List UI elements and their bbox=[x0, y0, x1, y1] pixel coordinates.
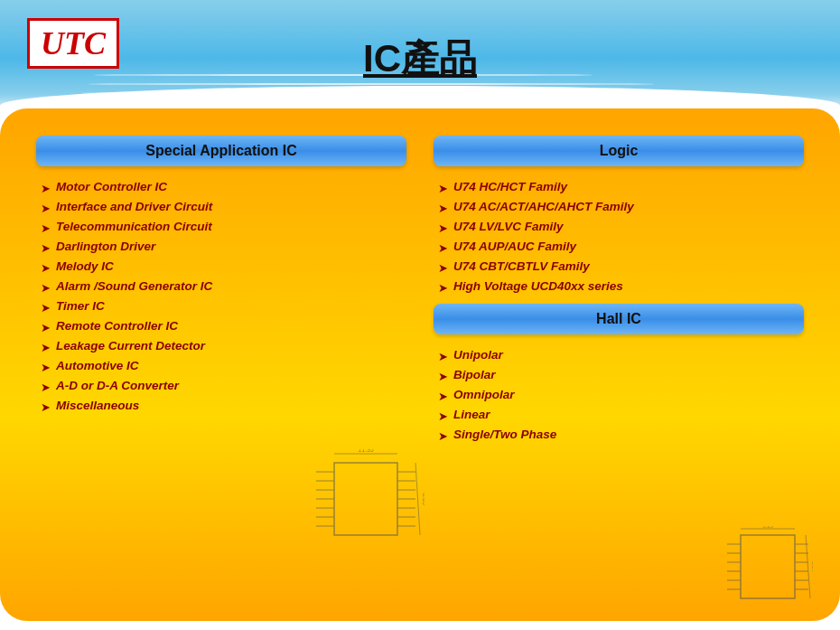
list-item: ➤A-D or D-A Converter bbox=[36, 379, 406, 394]
item-label: A-D or D-A Converter bbox=[56, 379, 179, 392]
arrow-icon: ➤ bbox=[438, 281, 448, 295]
hall-list: ➤Unipolar➤Bipolar➤Omnipolar➤Linear➤Singl… bbox=[434, 348, 804, 443]
arrow-icon: ➤ bbox=[438, 241, 448, 255]
item-label: U74 CBT/CBTLV Family bbox=[453, 259, 590, 273]
arrow-icon: ➤ bbox=[41, 321, 51, 334]
columns-container: Special Application IC ➤Motor Controller… bbox=[36, 136, 804, 447]
right-column: Logic ➤U74 HC/HCT Family➤U74 AC/ACT/AHC/… bbox=[434, 136, 804, 447]
list-item: ➤Unipolar bbox=[434, 348, 804, 363]
left-column: Special Application IC ➤Motor Controller… bbox=[36, 136, 406, 447]
arrow-icon: ➤ bbox=[438, 370, 448, 383]
arrow-icon: ➤ bbox=[438, 409, 448, 423]
list-item: ➤U74 HC/HCT Family bbox=[434, 180, 804, 195]
logic-title: Logic bbox=[600, 143, 639, 158]
ic-diagram-2: 5.25 3.04 bbox=[723, 526, 813, 607]
list-item: ➤Miscellaneous bbox=[36, 399, 406, 414]
wave-line-3 bbox=[80, 92, 719, 94]
svg-text:6.65: 6.65 bbox=[422, 493, 425, 505]
list-item: ➤Automotive IC bbox=[36, 359, 406, 374]
arrow-icon: ➤ bbox=[41, 400, 51, 414]
list-item: ➤Single/Two Phase bbox=[434, 428, 804, 443]
list-item: ➤Linear bbox=[434, 408, 804, 423]
list-item: ➤Bipolar bbox=[434, 368, 804, 383]
arrow-icon: ➤ bbox=[438, 429, 448, 443]
svg-line-17 bbox=[415, 463, 420, 535]
arrow-icon: ➤ bbox=[438, 202, 448, 215]
arrow-icon: ➤ bbox=[41, 261, 51, 275]
hall-header: Hall IC bbox=[434, 304, 804, 334]
list-item: ➤Alarm /Sound Generator IC bbox=[36, 279, 406, 295]
list-item: ➤Motor Controller IC bbox=[36, 180, 406, 195]
item-label: Automotive IC bbox=[56, 359, 139, 372]
arrow-icon: ➤ bbox=[41, 281, 51, 295]
item-label: Melody IC bbox=[56, 259, 114, 273]
item-label: U74 AC/ACT/AHC/AHCT Family bbox=[453, 200, 634, 213]
list-item: ➤Melody IC bbox=[36, 259, 406, 275]
arrow-icon: ➤ bbox=[41, 361, 51, 374]
main-content: Special Application IC ➤Motor Controller… bbox=[0, 108, 840, 621]
special-application-list: ➤Motor Controller IC➤Interface and Drive… bbox=[36, 180, 406, 414]
item-label: Timer IC bbox=[56, 299, 105, 313]
wave-line-1 bbox=[93, 74, 593, 76]
item-label: U74 LV/LVC Family bbox=[453, 220, 564, 233]
list-item: ➤U74 LV/LVC Family bbox=[434, 220, 804, 235]
item-label: High Voltage UCD40xx series bbox=[453, 279, 623, 293]
list-item: ➤Interface and Driver Circuit bbox=[36, 200, 406, 215]
item-label: Alarm /Sound Generator IC bbox=[56, 279, 212, 293]
arrow-icon: ➤ bbox=[41, 301, 51, 315]
list-item: ➤Darlington Driver bbox=[36, 240, 406, 255]
special-application-title: Special Application IC bbox=[145, 143, 296, 158]
list-item: ➤Telecommunication Circuit bbox=[36, 220, 406, 235]
list-item: ➤U74 AUP/AUC Family bbox=[434, 240, 804, 255]
item-label: Telecommunication Circuit bbox=[56, 220, 212, 233]
arrow-icon: ➤ bbox=[41, 241, 51, 255]
arrow-icon: ➤ bbox=[41, 182, 51, 195]
item-label: Darlington Driver bbox=[56, 240, 155, 253]
svg-rect-0 bbox=[334, 463, 397, 535]
svg-rect-19 bbox=[741, 535, 795, 598]
svg-text:11.35: 11.35 bbox=[358, 449, 374, 453]
list-item: ➤High Voltage UCD40xx series bbox=[434, 279, 804, 295]
arrow-icon: ➤ bbox=[41, 202, 51, 215]
list-item: ➤U74 AC/ACT/AHC/AHCT Family bbox=[434, 200, 804, 215]
logic-list: ➤U74 HC/HCT Family➤U74 AC/ACT/AHC/AHCT F… bbox=[434, 180, 804, 295]
arrow-icon: ➤ bbox=[438, 350, 448, 363]
item-label: Motor Controller IC bbox=[56, 180, 167, 193]
item-label: U74 HC/HCT Family bbox=[453, 180, 567, 193]
item-label: Unipolar bbox=[453, 348, 503, 362]
arrow-icon: ➤ bbox=[438, 182, 448, 195]
arrow-icon: ➤ bbox=[41, 381, 51, 394]
arrow-icon: ➤ bbox=[438, 261, 448, 275]
hall-section: Hall IC ➤Unipolar➤Bipolar➤Omnipolar➤Line… bbox=[434, 304, 804, 443]
arrow-icon: ➤ bbox=[438, 390, 448, 403]
list-item: ➤U74 CBT/CBTLV Family bbox=[434, 259, 804, 275]
svg-text:5.25: 5.25 bbox=[762, 526, 773, 529]
item-label: Omnipolar bbox=[453, 388, 515, 401]
item-label: Miscellaneous bbox=[56, 399, 139, 412]
list-item: ➤Leakage Current Detector bbox=[36, 339, 406, 354]
logo-text: UTC bbox=[41, 25, 106, 61]
logo: UTC bbox=[27, 18, 119, 69]
hall-title: Hall IC bbox=[596, 311, 641, 326]
item-label: Single/Two Phase bbox=[453, 428, 556, 441]
list-item: ➤Remote Controller IC bbox=[36, 319, 406, 334]
ic-diagram-1: 11.35 6.65 bbox=[307, 449, 425, 549]
item-label: Linear bbox=[453, 408, 490, 421]
item-label: Remote Controller IC bbox=[56, 319, 178, 333]
arrow-icon: ➤ bbox=[41, 221, 51, 235]
list-item: ➤Timer IC bbox=[36, 299, 406, 315]
arrow-icon: ➤ bbox=[438, 221, 448, 235]
logic-section: Logic ➤U74 HC/HCT Family➤U74 AC/ACT/AHC/… bbox=[434, 136, 804, 295]
arrow-icon: ➤ bbox=[41, 341, 51, 354]
page-title: IC產品 bbox=[363, 33, 477, 84]
item-label: Interface and Driver Circuit bbox=[56, 200, 212, 213]
header: UTC IC產品 bbox=[0, 0, 840, 118]
item-label: U74 AUP/AUC Family bbox=[453, 240, 576, 253]
special-application-header: Special Application IC bbox=[36, 136, 406, 166]
logic-header: Logic bbox=[434, 136, 804, 166]
item-label: Leakage Current Detector bbox=[56, 339, 205, 353]
item-label: Bipolar bbox=[453, 368, 496, 381]
list-item: ➤Omnipolar bbox=[434, 388, 804, 403]
svg-text:3.04: 3.04 bbox=[811, 561, 813, 572]
